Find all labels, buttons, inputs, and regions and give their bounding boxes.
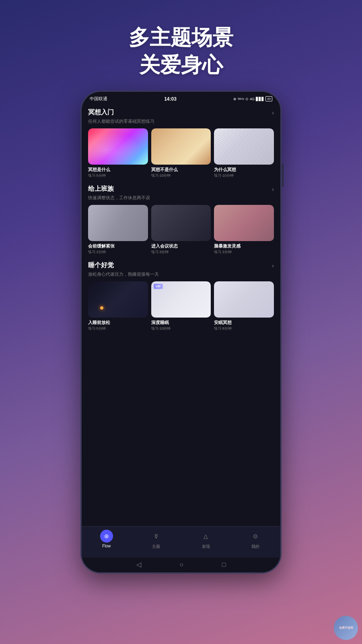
card-8[interactable]: VIP 深度睡眠 练习·10分钟	[151, 281, 211, 331]
card-label-6: 脑暴激发灵感	[214, 243, 274, 249]
phone-content[interactable]: 冥想入门 › 任何人都能尝试的零基础冥想练习 冥想是什么 练习·5分钟 冥想不是…	[82, 104, 280, 526]
section-subtitle-1: 任何人都能尝试的零基础冥想练习	[88, 118, 274, 124]
section-header: 冥想入门 ›	[88, 108, 274, 117]
card-7[interactable]: 入睡前放松 练习·5分钟	[88, 281, 148, 331]
section-office: 给上班族 › 快速调整状态，工作休息两不误 会前缓解紧张 练习·3分钟 进入会议…	[82, 185, 280, 255]
card-meta-2: 练习·10分钟	[151, 173, 211, 178]
section-subtitle-2: 快速调整状态，工作休息两不误	[88, 195, 274, 201]
card-meta-1: 练习·5分钟	[88, 173, 148, 178]
card-thumb-1	[88, 128, 148, 165]
card-thumb-7	[88, 281, 148, 318]
section-title-3: 睡个好觉	[88, 261, 114, 270]
card-meta-7: 练习·5分钟	[88, 326, 148, 331]
card-label-8: 深度睡眠	[151, 320, 211, 326]
card-1[interactable]: 冥想是什么 练习·5分钟	[88, 128, 148, 178]
vip-badge: VIP	[154, 284, 163, 289]
nav-label-flow: Flow	[102, 544, 111, 548]
nav-label-discover: 发现	[202, 544, 210, 549]
card-label-4: 会前缓解紧张	[88, 243, 148, 249]
back-button[interactable]: ◁	[136, 561, 141, 568]
card-meta-6: 练习·3分钟	[214, 250, 274, 255]
recents-button[interactable]: □	[222, 561, 226, 568]
card-thumb-4	[88, 205, 148, 241]
card-label-5: 进入会议状态	[151, 243, 211, 249]
card-4[interactable]: 会前缓解紧张 练习·3分钟	[88, 205, 148, 255]
card-meta-3: 练习·10分钟	[214, 173, 274, 178]
card-thumb-5	[151, 205, 211, 241]
header-line2: 关爱身心	[139, 53, 223, 76]
bottom-nav: ⊛ Flow ☿ 主题 △ 发现 ⊙ 我的	[82, 526, 280, 557]
nav-icon-theme: ☿	[150, 530, 162, 543]
cards-row-1: 冥想是什么 练习·5分钟 冥想不是什么 练习·10分钟 为什么冥想 练习·10分…	[88, 128, 274, 178]
watermark: 免费手游网	[334, 616, 358, 640]
card-label-1: 冥想是什么	[88, 167, 148, 173]
header-text: 多主题场景 关爱身心	[129, 24, 233, 78]
card-2[interactable]: 冥想不是什么 练习·10分钟	[151, 128, 211, 178]
section-header-2: 给上班族 ›	[88, 185, 274, 193]
card-3[interactable]: 为什么冥想 练习·10分钟	[214, 128, 274, 178]
card-thumb-6	[214, 205, 274, 241]
card-meta-4: 练习·3分钟	[88, 250, 148, 255]
phone-system-bar: ◁ ○ □	[82, 557, 280, 572]
nav-item-theme[interactable]: ☿ 主题	[132, 530, 181, 549]
section-title-1: 冥想入门	[88, 108, 114, 117]
nav-label-mine: 我的	[251, 544, 259, 549]
section-meditation-intro: 冥想入门 › 任何人都能尝试的零基础冥想练习 冥想是什么 练习·5分钟 冥想不是…	[82, 108, 280, 178]
card-thumb-8: VIP	[151, 281, 211, 318]
card-9[interactable]: 安眠冥想 练习·8分钟	[214, 281, 274, 331]
status-icons: ⊕ 5K/s ⊙ 4G ▊▊▊ 40	[233, 96, 272, 101]
card-label-2: 冥想不是什么	[151, 167, 211, 173]
section-title-2: 给上班族	[88, 185, 114, 193]
card-thumb-3	[214, 128, 274, 165]
cards-row-3: 入睡前放松 练习·5分钟 VIP 深度睡眠 练习·10分钟 安眠冥想 练习·8分…	[88, 281, 274, 331]
section-arrow-3[interactable]: ›	[272, 262, 274, 269]
card-meta-5: 练习·3分钟	[151, 250, 211, 255]
nav-icon-discover: △	[200, 530, 212, 543]
header-line1: 多主题场景	[129, 26, 233, 49]
card-label-7: 入睡前放松	[88, 320, 148, 326]
card-meta-9: 练习·8分钟	[214, 326, 274, 331]
nav-item-mine[interactable]: ⊙ 我的	[231, 530, 281, 549]
home-button[interactable]: ○	[179, 561, 183, 568]
card-meta-8: 练习·10分钟	[151, 326, 211, 331]
card-6[interactable]: 脑暴激发灵感 练习·3分钟	[214, 205, 274, 255]
nav-icon-mine: ⊙	[249, 530, 262, 543]
nav-icon-flow: ⊛	[100, 530, 113, 543]
card-thumb-9	[214, 281, 274, 318]
section-header-3: 睡个好觉 ›	[88, 261, 274, 270]
nav-label-theme: 主题	[152, 544, 160, 549]
card-5[interactable]: 进入会议状态 练习·3分钟	[151, 205, 211, 255]
status-bar: 中国联通 14:03 ⊕ 5K/s ⊙ 4G ▊▊▊ 40	[82, 92, 280, 104]
card-label-3: 为什么冥想	[214, 167, 274, 173]
card-thumb-2	[151, 128, 211, 165]
section-subtitle-3: 放松身心代谢压力，熟睡迎接每一天	[88, 271, 274, 277]
status-time: 14:03	[164, 96, 177, 102]
nav-item-flow[interactable]: ⊛ Flow	[82, 530, 132, 549]
card-label-9: 安眠冥想	[214, 320, 274, 326]
section-arrow-1[interactable]: ›	[272, 109, 274, 116]
phone-frame: 中国联通 14:03 ⊕ 5K/s ⊙ 4G ▊▊▊ 40 冥想入门 › 任何人…	[80, 91, 282, 574]
status-carrier: 中国联通	[90, 96, 107, 102]
section-arrow-2[interactable]: ›	[272, 186, 274, 192]
section-sleep: 睡个好觉 › 放松身心代谢压力，熟睡迎接每一天 入睡前放松 练习·5分钟 VIP…	[82, 261, 280, 331]
cards-row-2: 会前缓解紧张 练习·3分钟 进入会议状态 练习·3分钟 脑暴激发灵感 练习·3分…	[88, 205, 274, 255]
nav-item-discover[interactable]: △ 发现	[181, 530, 231, 549]
